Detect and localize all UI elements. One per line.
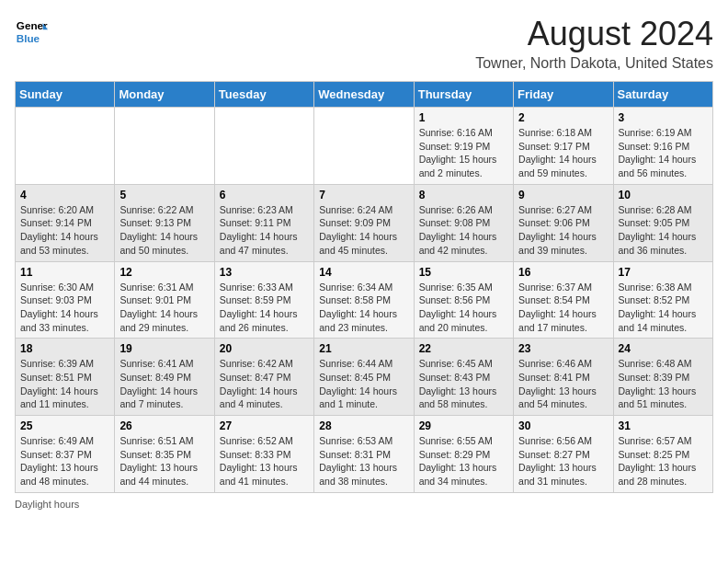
weekday-header-cell: Friday (514, 82, 613, 108)
calendar-cell: 23Sunrise: 6:46 AMSunset: 8:41 PMDayligh… (514, 339, 613, 416)
day-number: 27 (220, 419, 309, 432)
day-number: 2 (518, 111, 608, 124)
day-info: Sunrise: 6:39 AMSunset: 8:51 PMDaylight:… (20, 357, 109, 411)
calendar-cell: 25Sunrise: 6:49 AMSunset: 8:37 PMDayligh… (16, 416, 115, 493)
day-number: 13 (220, 266, 309, 279)
day-number: 20 (220, 342, 309, 355)
svg-text:Blue: Blue (17, 32, 40, 44)
day-info: Sunrise: 6:26 AMSunset: 9:08 PMDaylight:… (419, 203, 508, 258)
day-info: Sunrise: 6:53 AMSunset: 8:31 PMDaylight:… (319, 434, 408, 488)
calendar-cell: 3Sunrise: 6:19 AMSunset: 9:16 PMDaylight… (613, 108, 712, 185)
day-info: Sunrise: 6:27 AMSunset: 9:06 PMDaylight:… (518, 203, 608, 258)
calendar-cell: 10Sunrise: 6:28 AMSunset: 9:05 PMDayligh… (613, 184, 712, 261)
weekday-header-cell: Wednesday (314, 82, 414, 108)
day-number: 19 (119, 342, 209, 355)
day-info: Sunrise: 6:35 AMSunset: 8:56 PMDaylight:… (419, 281, 508, 335)
calendar-cell: 2Sunrise: 6:18 AMSunset: 9:17 PMDaylight… (514, 108, 613, 185)
calendar-cell: 19Sunrise: 6:41 AMSunset: 8:49 PMDayligh… (115, 339, 214, 416)
calendar-cell: 11Sunrise: 6:30 AMSunset: 9:03 PMDayligh… (16, 261, 115, 339)
day-info: Sunrise: 6:44 AMSunset: 8:45 PMDaylight:… (319, 357, 408, 411)
title-block: August 2024 Towner, North Dakota, United… (475, 15, 713, 72)
calendar-title: August 2024 (475, 15, 713, 53)
day-number: 3 (619, 111, 708, 124)
weekday-header-cell: Thursday (414, 82, 513, 108)
day-info: Sunrise: 6:23 AMSunset: 9:11 PMDaylight:… (220, 203, 309, 258)
calendar-cell: 7Sunrise: 6:24 AMSunset: 9:09 PMDaylight… (314, 184, 414, 261)
day-number: 11 (20, 266, 109, 279)
calendar-table: SundayMondayTuesdayWednesdayThursdayFrid… (15, 81, 713, 493)
calendar-cell: 16Sunrise: 6:37 AMSunset: 8:54 PMDayligh… (514, 261, 613, 339)
calendar-cell: 12Sunrise: 6:31 AMSunset: 9:01 PMDayligh… (115, 261, 214, 339)
day-info: Sunrise: 6:49 AMSunset: 8:37 PMDaylight:… (20, 434, 109, 488)
day-number: 12 (119, 266, 209, 279)
day-number: 7 (319, 189, 408, 201)
calendar-subtitle: Towner, North Dakota, United States (475, 55, 713, 72)
calendar-cell: 5Sunrise: 6:22 AMSunset: 9:13 PMDaylight… (115, 184, 214, 261)
weekday-header-cell: Tuesday (214, 82, 313, 108)
calendar-cell: 26Sunrise: 6:51 AMSunset: 8:35 PMDayligh… (115, 416, 214, 493)
day-info: Sunrise: 6:56 AMSunset: 8:27 PMDaylight:… (518, 434, 608, 488)
calendar-week-row: 11Sunrise: 6:30 AMSunset: 9:03 PMDayligh… (16, 261, 713, 339)
day-number: 29 (419, 419, 508, 432)
day-info: Sunrise: 6:24 AMSunset: 9:09 PMDaylight:… (319, 203, 408, 258)
calendar-week-row: 1Sunrise: 6:16 AMSunset: 9:19 PMDaylight… (16, 108, 713, 185)
day-number: 15 (419, 266, 508, 279)
calendar-cell: 31Sunrise: 6:57 AMSunset: 8:25 PMDayligh… (613, 416, 712, 493)
weekday-header-cell: Sunday (16, 82, 115, 108)
page-header: General Blue August 2024 Towner, North D… (15, 15, 713, 72)
calendar-cell: 30Sunrise: 6:56 AMSunset: 8:27 PMDayligh… (514, 416, 613, 493)
day-number: 4 (20, 189, 109, 201)
calendar-body: 1Sunrise: 6:16 AMSunset: 9:19 PMDaylight… (16, 108, 713, 493)
day-number: 28 (319, 419, 408, 432)
calendar-week-row: 18Sunrise: 6:39 AMSunset: 8:51 PMDayligh… (16, 339, 713, 416)
day-number: 23 (518, 342, 608, 355)
calendar-cell: 20Sunrise: 6:42 AMSunset: 8:47 PMDayligh… (214, 339, 313, 416)
day-number: 10 (619, 189, 708, 201)
calendar-cell: 15Sunrise: 6:35 AMSunset: 8:56 PMDayligh… (414, 261, 513, 339)
calendar-cell: 28Sunrise: 6:53 AMSunset: 8:31 PMDayligh… (314, 416, 414, 493)
day-number: 16 (518, 266, 608, 279)
day-number: 17 (619, 266, 708, 279)
day-info: Sunrise: 6:42 AMSunset: 8:47 PMDaylight:… (220, 357, 309, 411)
day-number: 26 (119, 419, 209, 432)
day-info: Sunrise: 6:55 AMSunset: 8:29 PMDaylight:… (419, 434, 508, 488)
calendar-cell: 1Sunrise: 6:16 AMSunset: 9:19 PMDaylight… (414, 108, 513, 185)
day-info: Sunrise: 6:37 AMSunset: 8:54 PMDaylight:… (518, 281, 608, 335)
day-number: 6 (220, 189, 309, 201)
weekday-header-row: SundayMondayTuesdayWednesdayThursdayFrid… (16, 82, 713, 108)
calendar-cell: 21Sunrise: 6:44 AMSunset: 8:45 PMDayligh… (314, 339, 414, 416)
logo-icon: General Blue (15, 15, 48, 48)
day-number: 8 (419, 189, 508, 201)
calendar-week-row: 4Sunrise: 6:20 AMSunset: 9:14 PMDaylight… (16, 184, 713, 261)
calendar-cell: 24Sunrise: 6:48 AMSunset: 8:39 PMDayligh… (613, 339, 712, 416)
day-info: Sunrise: 6:18 AMSunset: 9:17 PMDaylight:… (518, 126, 608, 180)
day-number: 22 (419, 342, 508, 355)
calendar-cell (314, 108, 414, 185)
day-number: 24 (619, 342, 708, 355)
day-number: 31 (619, 419, 708, 432)
calendar-cell: 6Sunrise: 6:23 AMSunset: 9:11 PMDaylight… (214, 184, 313, 261)
calendar-cell: 9Sunrise: 6:27 AMSunset: 9:06 PMDaylight… (514, 184, 613, 261)
weekday-header-cell: Saturday (613, 82, 712, 108)
day-info: Sunrise: 6:51 AMSunset: 8:35 PMDaylight:… (119, 434, 209, 488)
day-info: Sunrise: 6:33 AMSunset: 8:59 PMDaylight:… (220, 281, 309, 335)
calendar-cell: 18Sunrise: 6:39 AMSunset: 8:51 PMDayligh… (16, 339, 115, 416)
calendar-cell (16, 108, 115, 185)
day-info: Sunrise: 6:30 AMSunset: 9:03 PMDaylight:… (20, 281, 109, 335)
day-number: 9 (518, 189, 608, 201)
day-number: 1 (419, 111, 508, 124)
day-number: 21 (319, 342, 408, 355)
footer-note: Daylight hours (15, 499, 713, 510)
day-info: Sunrise: 6:57 AMSunset: 8:25 PMDaylight:… (619, 434, 708, 488)
day-info: Sunrise: 6:52 AMSunset: 8:33 PMDaylight:… (220, 434, 309, 488)
day-info: Sunrise: 6:41 AMSunset: 8:49 PMDaylight:… (119, 357, 209, 411)
calendar-cell: 4Sunrise: 6:20 AMSunset: 9:14 PMDaylight… (16, 184, 115, 261)
day-info: Sunrise: 6:20 AMSunset: 9:14 PMDaylight:… (20, 203, 109, 258)
weekday-header-cell: Monday (115, 82, 214, 108)
day-info: Sunrise: 6:38 AMSunset: 8:52 PMDaylight:… (619, 281, 708, 335)
day-info: Sunrise: 6:34 AMSunset: 8:58 PMDaylight:… (319, 281, 408, 335)
day-number: 18 (20, 342, 109, 355)
day-info: Sunrise: 6:22 AMSunset: 9:13 PMDaylight:… (119, 203, 209, 258)
day-info: Sunrise: 6:45 AMSunset: 8:43 PMDaylight:… (419, 357, 508, 411)
calendar-cell: 14Sunrise: 6:34 AMSunset: 8:58 PMDayligh… (314, 261, 414, 339)
